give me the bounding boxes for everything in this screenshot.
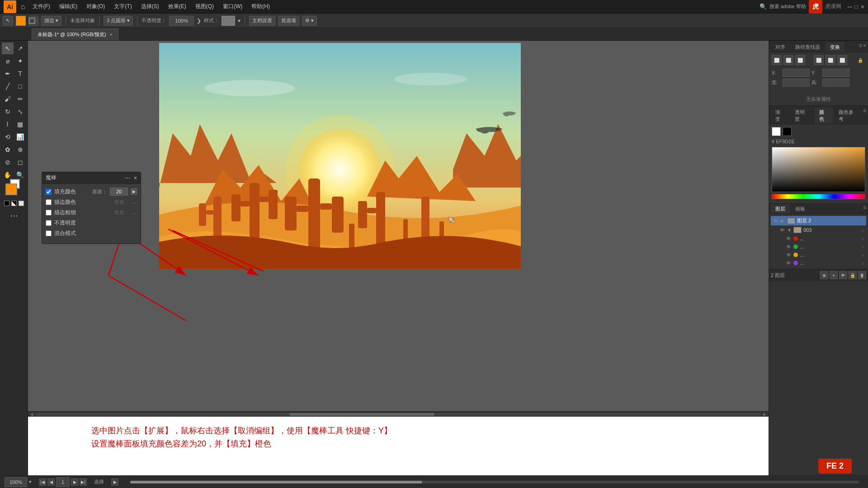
- zoom-dropdown-icon[interactable]: ▾: [29, 479, 32, 485]
- next-page-btn[interactable]: ▶: [71, 479, 78, 486]
- hue-slider[interactable]: [772, 194, 865, 199]
- foreground-color-swatch[interactable]: [5, 183, 17, 195]
- color-panel-menu-icon[interactable]: ≡: [863, 108, 866, 124]
- tab-color[interactable]: 颜色: [815, 108, 833, 124]
- menu-window[interactable]: 窗口(W): [219, 2, 246, 11]
- new-layer-btn[interactable]: +: [830, 271, 838, 279]
- fill-tolerance-increase[interactable]: ▶: [131, 188, 137, 195]
- gradient-swatch[interactable]: [11, 201, 17, 206]
- minimize-icon[interactable]: ─: [848, 3, 852, 10]
- color-spectrum[interactable]: [772, 147, 865, 192]
- lock-icon[interactable]: 🔒: [855, 55, 865, 65]
- tab-color-guide[interactable]: 颜色参考: [834, 108, 862, 124]
- w-input[interactable]: [783, 79, 810, 87]
- black-swatch[interactable]: [783, 127, 792, 136]
- tab-gradient[interactable]: 渐变: [771, 108, 789, 124]
- stroke-color-checkbox[interactable]: [46, 199, 52, 205]
- layer-item-003[interactable]: 👁 ▼ 003 ○: [771, 225, 866, 235]
- align-top-btn[interactable]: ⬜: [814, 55, 824, 65]
- fill-tolerance-input[interactable]: [110, 188, 128, 196]
- stroke-swatch[interactable]: [28, 16, 38, 26]
- scale-tool[interactable]: ⤡: [14, 106, 26, 117]
- right-panel-close-icon[interactable]: ×: [863, 42, 866, 52]
- menu-file[interactable]: 文件(F): [29, 2, 54, 11]
- eraser-tool[interactable]: ◻: [14, 156, 26, 168]
- layer-item-2[interactable]: 👁 ▶ 图层 2 ○: [771, 216, 866, 225]
- first-page-btn[interactable]: |◀: [39, 479, 46, 486]
- menu-object[interactable]: 对象(O): [83, 2, 108, 11]
- x-input[interactable]: [783, 69, 810, 77]
- layer-2-arrow[interactable]: ▶: [781, 218, 785, 223]
- points-btn[interactable]: 3 点圆形 ▾: [104, 16, 133, 26]
- artboard-next-btn[interactable]: ▶: [111, 479, 118, 486]
- menu-edit[interactable]: 编辑(E): [56, 2, 81, 11]
- layer-003-arrow[interactable]: ▼: [787, 228, 792, 233]
- first-option-btn[interactable]: 首选项: [278, 16, 299, 26]
- layer-item-red[interactable]: 👁 ... ○: [771, 235, 866, 243]
- none-swatch[interactable]: [4, 201, 9, 206]
- selection-tool[interactable]: ↖: [2, 42, 14, 54]
- close-icon[interactable]: ×: [861, 3, 864, 10]
- white-swatch[interactable]: [772, 127, 781, 136]
- tab-pathfinder[interactable]: 路径查找器: [791, 42, 825, 52]
- stroke-mode-btn[interactable]: 描边 ▾: [41, 16, 61, 26]
- page-input[interactable]: [56, 477, 70, 487]
- layer-yellow-eye[interactable]: 👁: [785, 252, 792, 258]
- transform-tool[interactable]: ⟲: [2, 131, 14, 143]
- layer-green-eye[interactable]: 👁: [785, 244, 792, 249]
- search-icon[interactable]: 🔍: [760, 3, 767, 10]
- layer-item-purple[interactable]: 👁 ... ○: [771, 259, 866, 267]
- layer-red-eye[interactable]: 👁: [785, 236, 792, 241]
- menu-view[interactable]: 视图(Q): [192, 2, 217, 11]
- maximize-icon[interactable]: □: [855, 4, 858, 10]
- panel-close-icon[interactable]: ×: [134, 175, 137, 181]
- align-bottom-btn[interactable]: ⬜: [837, 55, 847, 65]
- slice-tool[interactable]: ⊘: [2, 156, 14, 168]
- layer-purple-eye[interactable]: 👁: [785, 260, 792, 266]
- menu-select[interactable]: 选择(S): [137, 2, 163, 11]
- make-clipping-mask-btn[interactable]: ⊕: [820, 271, 828, 279]
- fill-color-checkbox[interactable]: [46, 189, 52, 195]
- type-tool[interactable]: T: [14, 68, 26, 80]
- last-page-btn[interactable]: ▶|: [80, 479, 87, 486]
- tab-close-btn[interactable]: ×: [110, 32, 113, 37]
- menu-effect[interactable]: 效果(E): [165, 2, 190, 11]
- menu-help[interactable]: 帮助(H): [248, 2, 274, 11]
- lasso-tool[interactable]: ⌀: [2, 55, 14, 67]
- panel-menu-icon-right[interactable]: ≡: [859, 42, 862, 52]
- horizontal-scrollbar[interactable]: [130, 481, 859, 483]
- menu-text[interactable]: 文字(T): [110, 2, 135, 11]
- style-swatch[interactable]: [222, 16, 235, 26]
- doc-settings-btn[interactable]: 文档设置: [249, 16, 275, 26]
- fill-color-swatch[interactable]: [16, 16, 26, 26]
- stroke-weight-checkbox[interactable]: [46, 210, 52, 216]
- pencil-tool[interactable]: ✏: [14, 93, 26, 105]
- opacity-input[interactable]: [169, 16, 194, 26]
- panel-menu-icon[interactable]: ⋯: [125, 175, 130, 181]
- align-center-h-btn[interactable]: ⬜: [783, 55, 793, 65]
- tab-layers[interactable]: 图层: [771, 204, 790, 214]
- opacity-checkbox[interactable]: [46, 220, 52, 226]
- more-tools-btn[interactable]: ⋯: [8, 210, 20, 221]
- show-hide-all-btn[interactable]: 👁: [839, 271, 847, 279]
- align-left-btn[interactable]: ⬜: [772, 55, 782, 65]
- blend-mode-checkbox[interactable]: [46, 230, 52, 236]
- canvas-scrollbar-h[interactable]: ◀ ▶: [28, 411, 769, 417]
- tab-transform[interactable]: 变换: [826, 42, 844, 52]
- document-tab[interactable]: 未标题-1* @ 100% (RGB/预览) ×: [32, 28, 118, 40]
- canvas-settings-btn[interactable]: ⚙ ▾: [302, 16, 317, 26]
- column-tool[interactable]: ▦: [14, 118, 26, 130]
- expand-icon[interactable]: ❯: [197, 18, 201, 24]
- h-input[interactable]: [822, 79, 849, 87]
- delete-layer-btn[interactable]: 🗑: [858, 271, 866, 279]
- tab-align[interactable]: 对齐: [771, 42, 790, 52]
- select-tool-btn[interactable]: ↖: [3, 16, 13, 26]
- paint-tool[interactable]: 🖌: [2, 93, 14, 105]
- warp-tool[interactable]: ⌇: [2, 118, 14, 130]
- align-right-btn[interactable]: ⬜: [795, 55, 805, 65]
- pattern-swatch[interactable]: [19, 201, 24, 206]
- rect-tool[interactable]: □: [14, 80, 26, 92]
- tab-opacity[interactable]: 透明度: [790, 108, 814, 124]
- blend-tool[interactable]: ⊕: [14, 144, 26, 155]
- layer-003-eye[interactable]: 👁: [779, 227, 785, 233]
